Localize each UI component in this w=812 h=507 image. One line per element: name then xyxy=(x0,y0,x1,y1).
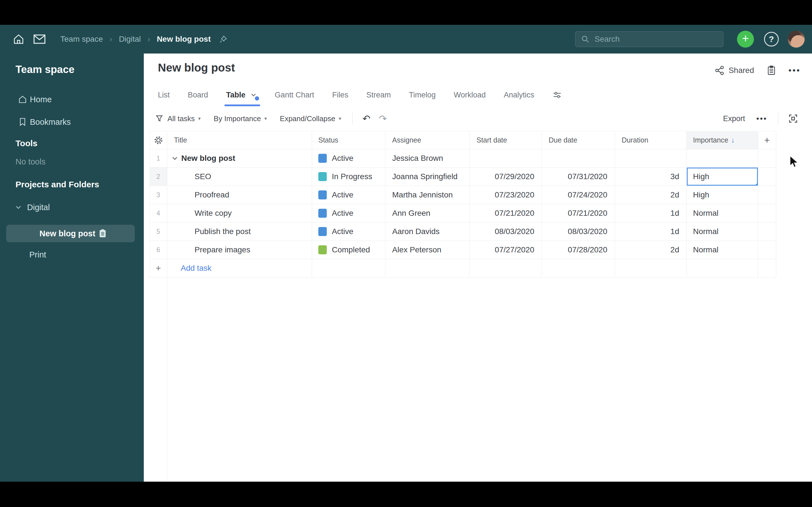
cell-title[interactable]: Prepare images xyxy=(167,241,312,259)
cell-title[interactable]: Write copy xyxy=(167,204,312,222)
more-options-icon[interactable]: ••• xyxy=(788,66,801,75)
cell-importance[interactable]: Normal xyxy=(687,204,758,222)
cell-status[interactable]: Active xyxy=(312,223,386,240)
cell-importance[interactable]: High xyxy=(687,186,758,204)
sidebar-item-new-blog-post[interactable]: New blog post xyxy=(6,225,135,242)
cell-status[interactable]: Active xyxy=(312,204,386,222)
cell-duration[interactable]: 2d xyxy=(615,241,687,259)
cell-title[interactable]: SEO xyxy=(167,168,312,186)
funnel-icon xyxy=(155,114,163,123)
export-button[interactable]: Export xyxy=(723,114,745,123)
cell-due-date[interactable]: 08/03/2020 xyxy=(542,223,615,240)
cell-title[interactable]: New blog post xyxy=(167,149,312,167)
cell-status[interactable]: Completed xyxy=(312,241,386,259)
tab-table[interactable]: Table xyxy=(226,91,257,100)
tab-files[interactable]: Files xyxy=(332,91,348,100)
sidebar-item-bookmarks[interactable]: Bookmarks xyxy=(0,115,144,129)
cell-importance[interactable]: Normal xyxy=(687,223,758,240)
search-input[interactable] xyxy=(594,34,714,44)
cell-importance[interactable]: High xyxy=(687,168,758,186)
cell-assignee[interactable]: Aaron Davids xyxy=(386,223,470,240)
cell-title[interactable]: Publish the post xyxy=(167,223,312,240)
cell-start-date[interactable] xyxy=(470,149,542,167)
cell-status[interactable]: In Progress xyxy=(312,168,386,186)
cell-start-date[interactable]: 07/21/2020 xyxy=(470,204,542,222)
collapse-chevron-icon[interactable] xyxy=(171,155,179,162)
cell-duration[interactable]: 3d xyxy=(615,168,687,186)
undo-icon[interactable]: ↶ xyxy=(362,113,370,124)
table-row: 2SEOIn ProgressJoanna Springfield07/29/2… xyxy=(150,168,776,186)
cell-importance[interactable] xyxy=(687,149,758,167)
home-icon[interactable] xyxy=(13,34,24,45)
filter-label: All tasks xyxy=(167,114,195,123)
tab-gantt-chart[interactable]: Gantt Chart xyxy=(275,91,314,100)
cell-title[interactable]: Proofread xyxy=(167,186,312,204)
cell-start-date[interactable]: 07/29/2020 xyxy=(470,168,542,186)
add-task-link[interactable]: Add task xyxy=(181,264,211,273)
plus-icon[interactable]: + xyxy=(150,259,167,277)
chevron-down-icon[interactable] xyxy=(13,204,23,211)
cell-start-date[interactable]: 08/03/2020 xyxy=(470,223,542,240)
cell-status[interactable]: Active xyxy=(312,149,386,167)
column-header-duration[interactable]: Duration xyxy=(615,131,687,149)
cell-assignee[interactable]: Ann Green xyxy=(386,204,470,222)
breadcrumb-digital[interactable]: Digital xyxy=(119,35,141,44)
column-header-assignee[interactable]: Assignee xyxy=(386,131,470,149)
tab-workload[interactable]: Workload xyxy=(454,91,486,100)
cell-importance[interactable]: Normal xyxy=(687,241,758,259)
redo-icon[interactable]: ↷ xyxy=(379,113,387,124)
expand-collapse-dropdown[interactable]: Expand/Collapse ▾ xyxy=(280,114,342,123)
tab-list[interactable]: List xyxy=(158,91,170,100)
cell-duration[interactable]: 1d xyxy=(615,204,687,222)
cell-assignee[interactable]: Joanna Springfield xyxy=(386,168,470,186)
search-box[interactable] xyxy=(575,31,723,47)
shared-label[interactable]: Shared xyxy=(728,66,754,75)
cell-assignee[interactable]: Alex Peterson xyxy=(386,241,470,259)
sidebar-item-home[interactable]: Home xyxy=(0,93,144,106)
cell-due-date[interactable]: 07/24/2020 xyxy=(542,186,615,204)
tab-analytics[interactable]: Analytics xyxy=(504,91,534,100)
avatar[interactable] xyxy=(788,31,805,48)
cell-status[interactable]: Active xyxy=(312,186,386,204)
sidebar-item-digital[interactable]: Digital xyxy=(0,201,144,214)
add-task-cell[interactable]: Add task xyxy=(167,259,312,277)
cell-due-date[interactable]: 07/21/2020 xyxy=(542,204,615,222)
column-header-title[interactable]: Title xyxy=(167,131,312,149)
create-new-button[interactable]: + xyxy=(737,31,754,48)
pin-icon[interactable] xyxy=(219,35,227,43)
more-options-icon[interactable]: ••• xyxy=(756,114,767,123)
cell-duration[interactable]: 1d xyxy=(615,223,687,240)
mail-icon[interactable] xyxy=(33,34,46,44)
cell-assignee[interactable]: Martha Jenniston xyxy=(386,186,470,204)
add-task-row[interactable]: + Add task xyxy=(150,259,776,277)
share-icon[interactable] xyxy=(714,65,725,75)
table-settings-gear-icon[interactable] xyxy=(150,131,167,149)
sidebar-item-label: Home xyxy=(30,95,52,104)
view-settings-icon[interactable] xyxy=(552,90,562,100)
cell-start-date[interactable]: 07/27/2020 xyxy=(470,241,542,259)
cell-assignee[interactable]: Jessica Brown xyxy=(386,149,470,167)
sidebar-item-print[interactable]: Print xyxy=(0,248,144,262)
cell-due-date[interactable]: 07/28/2020 xyxy=(542,241,615,259)
filter-dropdown[interactable]: All tasks ▾ xyxy=(155,114,201,123)
breadcrumb-team-space[interactable]: Team space xyxy=(60,35,103,44)
cell-duration[interactable] xyxy=(615,149,687,167)
column-header-status[interactable]: Status xyxy=(312,131,386,149)
tab-timelog[interactable]: Timelog xyxy=(409,91,436,100)
tab-stream[interactable]: Stream xyxy=(366,91,391,100)
column-header-due-date[interactable]: Due date xyxy=(542,131,615,149)
tab-board[interactable]: Board xyxy=(188,91,208,100)
clipboard-icon[interactable] xyxy=(767,65,776,75)
cell-duration[interactable]: 2d xyxy=(615,186,687,204)
sort-dropdown[interactable]: By Importance ▾ xyxy=(214,114,267,123)
fullscreen-icon[interactable] xyxy=(788,114,798,123)
column-header-start-date[interactable]: Start date xyxy=(470,131,542,149)
add-column-button[interactable]: + xyxy=(758,131,776,149)
column-header-importance[interactable]: Importance ↓ xyxy=(687,131,758,149)
cell-due-date[interactable] xyxy=(542,149,615,167)
help-button[interactable]: ? xyxy=(764,32,779,47)
cell-start-date[interactable]: 07/23/2020 xyxy=(470,186,542,204)
cell-selection-handle[interactable] xyxy=(756,183,758,186)
cell-due-date[interactable]: 07/31/2020 xyxy=(542,168,615,186)
empty-cell xyxy=(312,259,386,277)
